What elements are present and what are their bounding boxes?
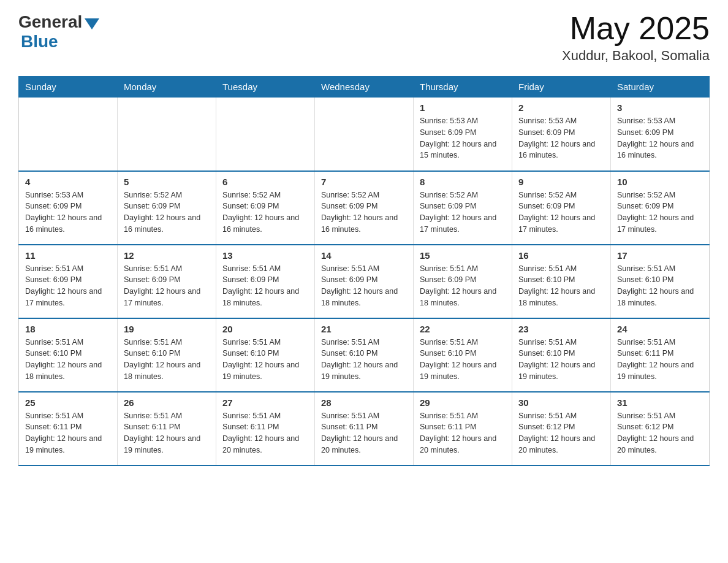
- weekday-header-sunday: Sunday: [19, 77, 118, 98]
- day-number: 28: [321, 397, 407, 408]
- day-number: 23: [518, 324, 604, 334]
- day-number: 1: [420, 102, 506, 113]
- day-info: Sunrise: 5:51 AMSunset: 6:11 PMDaylight:…: [617, 337, 703, 383]
- day-number: 15: [420, 250, 506, 261]
- calendar-week-row: 1Sunrise: 5:53 AMSunset: 6:09 PMDaylight…: [19, 98, 710, 171]
- day-info: Sunrise: 5:53 AMSunset: 6:09 PMDaylight:…: [518, 115, 604, 161]
- calendar-cell: 1Sunrise: 5:53 AMSunset: 6:09 PMDaylight…: [414, 98, 512, 171]
- calendar-cell: 17Sunrise: 5:51 AMSunset: 6:10 PMDayligh…: [611, 245, 710, 318]
- weekday-header-friday: Friday: [512, 77, 611, 98]
- calendar-cell: 21Sunrise: 5:51 AMSunset: 6:10 PMDayligh…: [315, 318, 414, 392]
- calendar-cell: 15Sunrise: 5:51 AMSunset: 6:09 PMDayligh…: [414, 245, 512, 318]
- day-number: 8: [420, 177, 506, 187]
- month-year-title: May 2025: [562, 12, 710, 44]
- day-number: 31: [617, 397, 703, 408]
- day-number: 12: [124, 250, 210, 261]
- day-number: 18: [25, 324, 111, 334]
- day-number: 2: [518, 102, 604, 113]
- day-number: 27: [222, 397, 308, 408]
- calendar-week-row: 4Sunrise: 5:53 AMSunset: 6:09 PMDaylight…: [19, 171, 710, 245]
- logo-blue-text: Blue: [21, 32, 58, 52]
- calendar-cell: [216, 98, 315, 171]
- calendar-cell: 12Sunrise: 5:51 AMSunset: 6:09 PMDayligh…: [118, 245, 216, 318]
- calendar-cell: 8Sunrise: 5:52 AMSunset: 6:09 PMDaylight…: [414, 171, 512, 245]
- day-number: 10: [617, 177, 703, 187]
- weekday-header-monday: Monday: [118, 77, 216, 98]
- day-number: 24: [617, 324, 703, 334]
- calendar-cell: 3Sunrise: 5:53 AMSunset: 6:09 PMDaylight…: [611, 98, 710, 171]
- weekday-header-wednesday: Wednesday: [315, 77, 414, 98]
- weekday-header-tuesday: Tuesday: [216, 77, 315, 98]
- day-number: 19: [124, 324, 210, 334]
- weekday-header-saturday: Saturday: [611, 77, 710, 98]
- calendar-cell: 2Sunrise: 5:53 AMSunset: 6:09 PMDaylight…: [512, 98, 611, 171]
- calendar-week-row: 11Sunrise: 5:51 AMSunset: 6:09 PMDayligh…: [19, 245, 710, 318]
- day-info: Sunrise: 5:53 AMSunset: 6:09 PMDaylight:…: [617, 115, 703, 161]
- calendar-cell: 4Sunrise: 5:53 AMSunset: 6:09 PMDaylight…: [19, 171, 118, 245]
- day-info: Sunrise: 5:51 AMSunset: 6:09 PMDaylight:…: [25, 263, 111, 309]
- day-number: 3: [617, 102, 703, 113]
- calendar-cell: 14Sunrise: 5:51 AMSunset: 6:09 PMDayligh…: [315, 245, 414, 318]
- day-number: 5: [124, 177, 210, 187]
- day-number: 11: [25, 250, 111, 261]
- day-info: Sunrise: 5:52 AMSunset: 6:09 PMDaylight:…: [420, 190, 506, 236]
- day-info: Sunrise: 5:52 AMSunset: 6:09 PMDaylight:…: [617, 190, 703, 236]
- day-info: Sunrise: 5:51 AMSunset: 6:10 PMDaylight:…: [321, 337, 407, 383]
- day-info: Sunrise: 5:52 AMSunset: 6:09 PMDaylight:…: [222, 190, 308, 236]
- day-info: Sunrise: 5:52 AMSunset: 6:09 PMDaylight:…: [321, 190, 407, 236]
- logo-arrow-icon: [85, 18, 99, 29]
- day-info: Sunrise: 5:51 AMSunset: 6:11 PMDaylight:…: [420, 410, 506, 456]
- page-header: General Blue May 2025 Xuddur, Bakool, So…: [18, 12, 710, 64]
- calendar-cell: 30Sunrise: 5:51 AMSunset: 6:12 PMDayligh…: [512, 392, 611, 465]
- day-number: 20: [222, 324, 308, 334]
- calendar-week-row: 25Sunrise: 5:51 AMSunset: 6:11 PMDayligh…: [19, 392, 710, 465]
- calendar-cell: 16Sunrise: 5:51 AMSunset: 6:10 PMDayligh…: [512, 245, 611, 318]
- calendar-cell: 11Sunrise: 5:51 AMSunset: 6:09 PMDayligh…: [19, 245, 118, 318]
- calendar-cell: 7Sunrise: 5:52 AMSunset: 6:09 PMDaylight…: [315, 171, 414, 245]
- day-info: Sunrise: 5:52 AMSunset: 6:09 PMDaylight:…: [518, 190, 604, 236]
- calendar-cell: 22Sunrise: 5:51 AMSunset: 6:10 PMDayligh…: [414, 318, 512, 392]
- calendar-table: SundayMondayTuesdayWednesdayThursdayFrid…: [18, 76, 710, 466]
- calendar-week-row: 18Sunrise: 5:51 AMSunset: 6:10 PMDayligh…: [19, 318, 710, 392]
- calendar-cell: 20Sunrise: 5:51 AMSunset: 6:10 PMDayligh…: [216, 318, 315, 392]
- day-info: Sunrise: 5:51 AMSunset: 6:11 PMDaylight:…: [25, 410, 111, 456]
- day-info: Sunrise: 5:51 AMSunset: 6:09 PMDaylight:…: [222, 263, 308, 309]
- day-info: Sunrise: 5:51 AMSunset: 6:12 PMDaylight:…: [518, 410, 604, 456]
- calendar-cell: 23Sunrise: 5:51 AMSunset: 6:10 PMDayligh…: [512, 318, 611, 392]
- logo: General Blue: [18, 12, 99, 52]
- day-info: Sunrise: 5:52 AMSunset: 6:09 PMDaylight:…: [124, 190, 210, 236]
- title-block: May 2025 Xuddur, Bakool, Somalia: [562, 12, 710, 64]
- day-number: 17: [617, 250, 703, 261]
- day-number: 25: [25, 397, 111, 408]
- logo-general-text: General: [18, 12, 82, 32]
- day-info: Sunrise: 5:51 AMSunset: 6:09 PMDaylight:…: [420, 263, 506, 309]
- calendar-cell: 25Sunrise: 5:51 AMSunset: 6:11 PMDayligh…: [19, 392, 118, 465]
- calendar-cell: [315, 98, 414, 171]
- day-number: 13: [222, 250, 308, 261]
- weekday-header-row: SundayMondayTuesdayWednesdayThursdayFrid…: [19, 77, 710, 98]
- day-number: 9: [518, 177, 604, 187]
- day-info: Sunrise: 5:51 AMSunset: 6:11 PMDaylight:…: [124, 410, 210, 456]
- day-number: 14: [321, 250, 407, 261]
- calendar-cell: 26Sunrise: 5:51 AMSunset: 6:11 PMDayligh…: [118, 392, 216, 465]
- calendar-cell: 9Sunrise: 5:52 AMSunset: 6:09 PMDaylight…: [512, 171, 611, 245]
- day-info: Sunrise: 5:51 AMSunset: 6:10 PMDaylight:…: [25, 337, 111, 383]
- calendar-cell: 18Sunrise: 5:51 AMSunset: 6:10 PMDayligh…: [19, 318, 118, 392]
- calendar-cell: [19, 98, 118, 171]
- day-number: 26: [124, 397, 210, 408]
- calendar-cell: 28Sunrise: 5:51 AMSunset: 6:11 PMDayligh…: [315, 392, 414, 465]
- calendar-cell: [118, 98, 216, 171]
- day-info: Sunrise: 5:51 AMSunset: 6:10 PMDaylight:…: [420, 337, 506, 383]
- location-subtitle: Xuddur, Bakool, Somalia: [562, 48, 710, 64]
- day-info: Sunrise: 5:51 AMSunset: 6:10 PMDaylight:…: [222, 337, 308, 383]
- weekday-header-thursday: Thursday: [414, 77, 512, 98]
- day-info: Sunrise: 5:51 AMSunset: 6:10 PMDaylight:…: [518, 263, 604, 309]
- calendar-cell: 27Sunrise: 5:51 AMSunset: 6:11 PMDayligh…: [216, 392, 315, 465]
- calendar-cell: 6Sunrise: 5:52 AMSunset: 6:09 PMDaylight…: [216, 171, 315, 245]
- day-number: 16: [518, 250, 604, 261]
- day-info: Sunrise: 5:51 AMSunset: 6:11 PMDaylight:…: [222, 410, 308, 456]
- calendar-cell: 10Sunrise: 5:52 AMSunset: 6:09 PMDayligh…: [611, 171, 710, 245]
- day-number: 29: [420, 397, 506, 408]
- day-info: Sunrise: 5:51 AMSunset: 6:11 PMDaylight:…: [321, 410, 407, 456]
- day-info: Sunrise: 5:51 AMSunset: 6:10 PMDaylight:…: [124, 337, 210, 383]
